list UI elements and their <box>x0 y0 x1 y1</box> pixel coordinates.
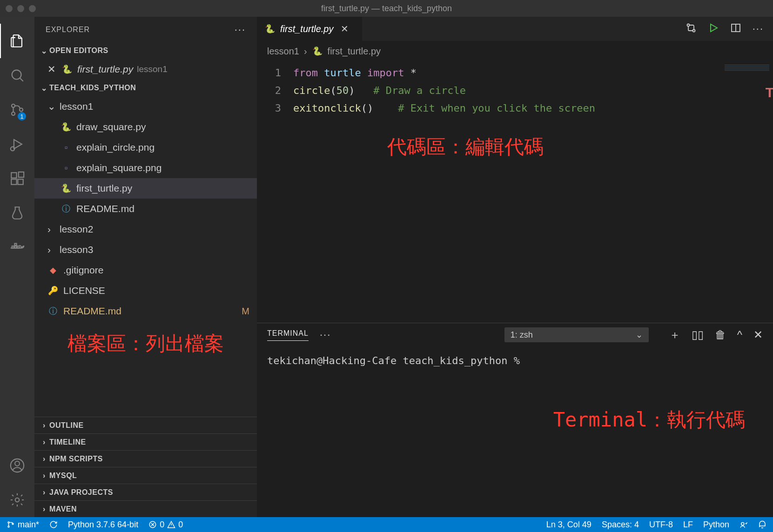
eol-status[interactable]: LF <box>683 520 693 530</box>
panel-more-icon[interactable]: ··· <box>320 329 331 341</box>
python-file-icon: 🐍 <box>264 23 276 34</box>
file-item[interactable]: ▫ explain_square.png <box>34 158 257 178</box>
folder-lesson1[interactable]: ⌄ lesson1 <box>34 96 257 117</box>
problems-status[interactable]: 0 0 <box>148 520 183 530</box>
svg-point-2 <box>12 112 15 115</box>
explorer-icon[interactable] <box>0 24 34 58</box>
window-title: first_turtle.py — teach_kids_python <box>321 4 452 13</box>
close-tab-icon[interactable]: ✕ <box>341 23 351 34</box>
close-window[interactable] <box>6 5 13 12</box>
accounts-icon[interactable] <box>0 448 34 483</box>
file-item[interactable]: 🐍 draw_square.py <box>34 117 257 137</box>
file-item[interactable]: ◆ .gitignore <box>34 260 257 280</box>
code-editor[interactable]: 123 from turtle import *circle(50) # Dra… <box>257 61 773 323</box>
terminal-prompt: tekichan@Hacking-Cafe teach_kids_python … <box>267 355 520 366</box>
section-label: MAVEN <box>49 505 77 513</box>
indentation-status[interactable]: Spaces: 4 <box>602 520 639 530</box>
close-panel-icon[interactable]: ✕ <box>753 328 763 341</box>
file-item[interactable]: ⓘ README.md <box>34 199 257 219</box>
sync-icon[interactable] <box>49 520 58 529</box>
code-content[interactable]: from turtle import *circle(50) # Draw a … <box>293 61 717 323</box>
open-editor-item[interactable]: ✕ 🐍 first_turtle.py lesson1 <box>34 59 257 80</box>
zoom-window[interactable] <box>29 5 36 12</box>
chevron-down-icon: ⌄ <box>39 84 49 93</box>
explorer-header: EXPLORER ··· <box>34 17 257 42</box>
folder-lesson3[interactable]: › lesson3 <box>34 239 257 260</box>
language-mode[interactable]: Python <box>703 520 729 530</box>
outline-section[interactable]: ›OUTLINE <box>34 417 257 433</box>
breadcrumb-folder[interactable]: lesson1 <box>267 46 299 57</box>
workspace-section[interactable]: ⌄ TEACH_KIDS_PYTHON <box>34 80 257 96</box>
split-terminal-icon[interactable]: ▯▯ <box>692 328 704 341</box>
compare-changes-icon[interactable] <box>686 22 697 36</box>
folder-lesson2[interactable]: › lesson2 <box>34 219 257 239</box>
info-file-icon: ⓘ <box>60 203 72 214</box>
folder-label: lesson2 <box>60 224 93 235</box>
svg-point-0 <box>12 70 21 80</box>
annotation-terminal: Terminal：執行代碼 <box>553 407 745 433</box>
svg-rect-12 <box>14 244 16 246</box>
python-file-icon: 🐍 <box>61 64 73 75</box>
search-icon[interactable] <box>0 58 34 93</box>
file-label: first_turtle.py <box>76 183 132 194</box>
git-branch-status[interactable]: main* <box>7 520 39 530</box>
feedback-icon[interactable] <box>739 520 748 529</box>
new-terminal-icon[interactable]: ＋ <box>669 327 680 342</box>
svg-point-14 <box>15 461 20 466</box>
run-icon[interactable] <box>708 22 719 36</box>
file-label: README.md <box>63 306 121 317</box>
notifications-icon[interactable] <box>758 520 766 529</box>
editor-group: 🐍 first_turtle.py ✕ ··· lesson1 › 🐍 firs… <box>257 17 773 517</box>
file-item-modified[interactable]: ⓘ README.md M <box>34 301 257 321</box>
python-interpreter[interactable]: Python 3.7.6 64-bit <box>68 520 138 530</box>
section-label: TIMELINE <box>49 438 86 446</box>
docker-icon[interactable] <box>0 230 34 265</box>
kill-terminal-icon[interactable]: 🗑 <box>715 328 726 341</box>
encoding-status[interactable]: UTF-8 <box>649 520 673 530</box>
branch-label: main* <box>18 520 39 530</box>
run-debug-icon[interactable] <box>0 127 34 161</box>
terminal-selector[interactable]: 1: zsh ⌄ <box>504 327 649 342</box>
file-label: LICENSE <box>63 285 105 296</box>
cursor-position[interactable]: Ln 3, Col 49 <box>546 520 592 530</box>
more-actions-icon[interactable]: ··· <box>753 23 764 35</box>
close-icon[interactable]: ✕ <box>47 64 58 75</box>
settings-gear-icon[interactable] <box>0 483 34 517</box>
file-item-selected[interactable]: 🐍 first_turtle.py <box>34 178 257 199</box>
svg-point-1 <box>12 104 15 107</box>
svg-rect-6 <box>11 179 16 184</box>
image-file-icon: ▫ <box>60 142 72 153</box>
split-editor-icon[interactable] <box>730 22 741 36</box>
npm-scripts-section[interactable]: ›NPM SCRIPTS <box>34 450 257 467</box>
shell-name: 1: zsh <box>511 330 533 340</box>
extensions-icon[interactable] <box>0 161 34 196</box>
annotation-file-area: 檔案區：列出檔案 <box>34 321 257 366</box>
terminal-tab[interactable]: TERMINAL <box>267 329 309 341</box>
chevron-right-icon: › <box>39 438 49 446</box>
info-file-icon: ⓘ <box>47 306 59 317</box>
python-file-icon: 🐍 <box>312 46 323 57</box>
folder-label: lesson3 <box>60 244 93 255</box>
file-item[interactable]: ▫ explain_circle.png <box>34 137 257 158</box>
source-control-icon[interactable]: 1 <box>0 93 34 127</box>
file-label: README.md <box>76 203 134 214</box>
window-controls <box>6 5 36 12</box>
open-editors-section[interactable]: ⌄ OPEN EDITORS <box>34 42 257 59</box>
workspace-label: TEACH_KIDS_PYTHON <box>49 84 136 92</box>
editor-tab[interactable]: 🐍 first_turtle.py ✕ <box>257 17 363 41</box>
timeline-section[interactable]: ›TIMELINE <box>34 433 257 450</box>
java-projects-section[interactable]: ›JAVA PROJECTS <box>34 484 257 500</box>
terminal-body[interactable]: tekichan@Hacking-Cafe teach_kids_python … <box>257 346 773 517</box>
maven-section[interactable]: ›MAVEN <box>34 500 257 517</box>
explorer-more-icon[interactable]: ··· <box>235 24 246 36</box>
minimap[interactable] <box>717 61 773 323</box>
file-item[interactable]: 🔑 LICENSE <box>34 280 257 301</box>
breadcrumb[interactable]: lesson1 › 🐍 first_turtle.py <box>257 41 773 61</box>
mysql-section[interactable]: ›MYSQL <box>34 467 257 484</box>
testing-icon[interactable] <box>0 196 34 230</box>
breadcrumb-file[interactable]: first_turtle.py <box>328 46 381 57</box>
svg-point-19 <box>8 522 9 523</box>
maximize-panel-icon[interactable]: ^ <box>737 328 742 341</box>
open-editors-label: OPEN EDITORS <box>49 47 108 55</box>
minimize-window[interactable] <box>17 5 24 12</box>
